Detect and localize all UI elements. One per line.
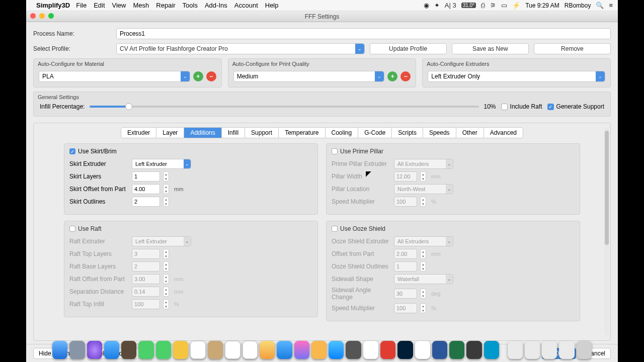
display-icon[interactable]: ▭ <box>501 2 507 9</box>
ibooks-icon[interactable] <box>311 341 327 359</box>
scroll-thumb[interactable] <box>605 131 609 245</box>
menu-account[interactable]: Account <box>234 2 258 9</box>
scrollbar[interactable] <box>604 128 609 335</box>
tab-layer[interactable]: Layer <box>156 128 184 138</box>
tab-other[interactable]: Other <box>456 128 484 138</box>
finder-icon[interactable] <box>52 341 67 359</box>
printer-icon[interactable]: ⎙ <box>481 2 485 9</box>
add-material-button[interactable]: + <box>193 71 203 81</box>
messages-icon[interactable] <box>138 341 153 359</box>
username[interactable]: RBomboy <box>565 2 591 9</box>
menu-mesh[interactable]: Mesh <box>133 2 149 9</box>
calendar-icon[interactable] <box>190 341 206 359</box>
tab-additions[interactable]: Additions <box>184 128 221 138</box>
app-icon[interactable] <box>484 341 499 359</box>
launchpad-icon[interactable] <box>69 341 85 359</box>
app-icon[interactable] <box>173 341 188 359</box>
minimize-icon[interactable] <box>39 13 45 19</box>
tab-gcode[interactable]: G-Code <box>358 128 392 138</box>
pdf-icon[interactable] <box>380 341 395 359</box>
chrome-icon[interactable] <box>415 341 430 359</box>
skirt-panel: ✓Use Skirt/Brim Skirt ExtruderLeft Extru… <box>64 143 318 215</box>
notes-icon[interactable] <box>243 341 258 359</box>
app-icon[interactable] <box>542 341 557 359</box>
menu-file[interactable]: File <box>76 2 87 9</box>
spotlight-icon[interactable]: 🔍 <box>596 2 604 9</box>
app-icon[interactable] <box>208 341 223 359</box>
settings-icon[interactable] <box>346 341 361 359</box>
add-quality-button[interactable]: + <box>387 71 397 81</box>
location-icon[interactable]: ✦ <box>434 2 440 9</box>
skirt-extruder-select[interactable]: Left Extruder⌄ <box>132 159 191 169</box>
stepper[interactable]: ▲▼ <box>163 171 169 182</box>
battery-icon[interactable]: ⚡ <box>512 2 520 9</box>
tab-scripts[interactable]: Scripts <box>392 128 423 138</box>
app-icon[interactable] <box>277 341 292 359</box>
skirt-outlines-input[interactable]: 2 <box>132 197 160 207</box>
ooze-speed-input: 100 <box>394 303 417 313</box>
stepper[interactable]: ▲▼ <box>163 184 169 194</box>
app-icon[interactable] <box>525 341 540 359</box>
include-raft-check[interactable]: Include Raft <box>501 103 542 110</box>
app-icon[interactable] <box>260 341 275 359</box>
clock[interactable]: Tue 9:29 AM <box>525 2 559 9</box>
app-icon[interactable] <box>466 341 481 359</box>
remove-button[interactable]: Remove <box>534 43 611 54</box>
use-raft-check[interactable] <box>69 226 75 232</box>
stepper[interactable]: ▲▼ <box>163 197 169 207</box>
adobe-icon[interactable]: A| 3 <box>445 2 456 9</box>
extruders-select[interactable]: Left Extruder Only⌄ <box>428 71 605 82</box>
use-ooze-check[interactable] <box>332 226 338 232</box>
reminders-icon[interactable] <box>225 341 240 359</box>
photoshop-icon[interactable] <box>397 341 413 359</box>
material-select[interactable]: PLA⌄ <box>39 71 190 82</box>
menu-edit[interactable]: Edit <box>94 2 105 9</box>
tab-extruder[interactable]: Extruder <box>121 128 156 138</box>
infill-slider[interactable] <box>90 106 478 108</box>
skirt-offset-input[interactable]: 4.00 <box>132 184 160 194</box>
menu-tools[interactable]: Tools <box>183 2 198 9</box>
word-icon[interactable] <box>432 341 447 359</box>
tab-temperature[interactable]: Temperature <box>279 128 325 138</box>
menu-addins[interactable]: Add-Ins <box>205 2 227 9</box>
use-skirt-check[interactable]: ✓ <box>69 148 75 154</box>
profile-select[interactable]: CV Art Profile for Flashforge Creator Pr… <box>116 43 365 54</box>
close-icon[interactable] <box>30 13 36 19</box>
temp-badge[interactable]: 31.0° <box>461 3 476 8</box>
tab-cooling[interactable]: Cooling <box>326 128 359 138</box>
facetime-icon[interactable] <box>156 341 171 359</box>
menu-icon[interactable]: ≡ <box>609 2 613 9</box>
contacts-icon[interactable] <box>121 341 136 359</box>
app-name[interactable]: Simplify3D <box>36 2 70 9</box>
tab-advanced[interactable]: Advanced <box>484 128 523 138</box>
tab-support[interactable]: Support <box>245 128 279 138</box>
remove-quality-button[interactable]: − <box>400 71 411 81</box>
siri-icon[interactable] <box>87 341 102 359</box>
update-profile-button[interactable]: Update Profile <box>370 43 447 54</box>
slider-thumb[interactable] <box>125 103 132 110</box>
app-icon[interactable] <box>559 341 574 359</box>
tab-speeds[interactable]: Speeds <box>423 128 456 138</box>
wifi-icon[interactable]: ⚞ <box>490 2 496 9</box>
tab-infill[interactable]: Infill <box>222 128 245 138</box>
use-pillar-check[interactable] <box>332 148 338 154</box>
app-icon[interactable] <box>508 341 523 359</box>
quality-select[interactable]: Medium⌄ <box>233 71 385 82</box>
infill-label: Infill Percentage: <box>40 103 85 110</box>
process-name-input[interactable] <box>116 28 611 39</box>
appstore-icon[interactable] <box>329 341 344 359</box>
remove-material-button[interactable]: − <box>206 71 216 81</box>
generate-support-check[interactable]: ✓Generate Support <box>547 103 604 110</box>
app-icon[interactable] <box>363 341 378 359</box>
itunes-icon[interactable] <box>294 341 309 359</box>
menu-help[interactable]: Help <box>265 2 279 9</box>
menu-repair[interactable]: Repair <box>156 2 175 9</box>
skirt-layers-input[interactable]: 1 <box>132 171 160 182</box>
menu-view[interactable]: View <box>112 2 126 9</box>
safari-icon[interactable] <box>104 341 119 359</box>
trash-icon[interactable] <box>577 341 592 359</box>
record-icon[interactable]: ◉ <box>424 2 429 9</box>
zoom-icon[interactable] <box>48 13 54 19</box>
save-as-new-button[interactable]: Save as New <box>452 43 529 54</box>
excel-icon[interactable] <box>449 341 464 359</box>
